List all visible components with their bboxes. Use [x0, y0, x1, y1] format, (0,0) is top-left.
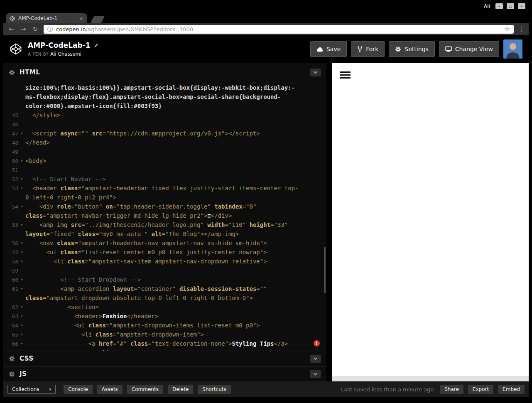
- code-text: <!-- Start Dropdown -->: [25, 275, 326, 284]
- code-row[interactable]: 51: [3, 165, 326, 174]
- code-row[interactable]: 54▾ <div role="button" on="tap:header-si…: [3, 202, 326, 211]
- fold-arrow-icon[interactable]: ▾: [18, 184, 25, 193]
- fold-arrow-icon[interactable]: ▾: [18, 156, 25, 165]
- shortcuts-button[interactable]: Shortcuts: [198, 385, 230, 394]
- code-row[interactable]: layout="fixed" class="my0 mx-auto " alt=…: [3, 229, 326, 238]
- code-row[interactable]: class="ampstart-navbar-trigger md-hide l…: [3, 211, 326, 220]
- editor-scrollbar[interactable]: [324, 247, 326, 293]
- back-icon[interactable]: ←: [7, 25, 15, 33]
- new-tab-button[interactable]: [91, 16, 105, 23]
- fold-arrow-icon[interactable]: ▾: [18, 257, 25, 266]
- fold-arrow-icon[interactable]: ▾: [18, 339, 25, 348]
- line-number: 63: [3, 312, 18, 321]
- gear-icon: [395, 46, 401, 52]
- fold-arrow-icon[interactable]: ▾: [18, 238, 25, 248]
- code-row[interactable]: color:#000}.ampstart-icon{fill:#003f93}: [3, 101, 326, 111]
- code-row[interactable]: 45 </style>: [3, 111, 326, 120]
- editor-preview-divider[interactable]: [326, 63, 332, 381]
- url-bar[interactable]: i codepen.io/aghassemi/pen/XMKbGP?editor…: [44, 25, 514, 34]
- menu-icon[interactable]: [340, 71, 351, 79]
- fold-arrow-icon[interactable]: ▾: [18, 220, 25, 229]
- forward-icon[interactable]: →: [20, 25, 27, 33]
- code-row[interactable]: size:100%;flex-basis:100%}}.ampstart-soc…: [3, 83, 326, 92]
- delete-button[interactable]: Delete: [168, 385, 193, 394]
- code-row[interactable]: 64▾ <ul class="ampstart-dropdown-items l…: [3, 321, 326, 330]
- info-icon[interactable]: i: [47, 27, 53, 32]
- gear-icon[interactable]: [9, 371, 15, 377]
- js-panel-header[interactable]: JS: [3, 366, 326, 381]
- embed-button[interactable]: Embed: [498, 385, 525, 394]
- export-button[interactable]: Export: [468, 385, 493, 394]
- minimize-button[interactable]: –: [495, 3, 503, 9]
- code-row[interactable]: 56▾ <nav class="ampstart-headerbar-nav a…: [3, 238, 326, 248]
- code-row[interactable]: class="ampstart-dropdown absolute top-0 …: [3, 293, 326, 302]
- preview-scrollbar-area[interactable]: [332, 376, 529, 381]
- fold-arrow-icon[interactable]: ▾: [18, 302, 25, 312]
- html-panel-title: HTML: [20, 69, 40, 76]
- code-row[interactable]: 55▾ <amp-img src="../img/thescenic/heade…: [3, 220, 326, 229]
- browser-tab[interactable]: AMP-CodeLab-1 ×: [6, 13, 87, 23]
- code-row[interactable]: 58▾ <li class="ampstart-nav-item ampstar…: [3, 257, 326, 266]
- fold-arrow-icon[interactable]: ▾: [18, 248, 25, 257]
- code-row[interactable]: 57▾ <ul class="list-reset center m0 p0 f…: [3, 248, 326, 257]
- collapse-js-button[interactable]: [310, 370, 321, 378]
- code-row[interactable]: 50▾<body>: [3, 156, 326, 165]
- code-row[interactable]: 0 left-0 right-0 pl2 pr4">: [3, 193, 326, 202]
- bookmark-star-icon[interactable]: ☆: [505, 25, 510, 33]
- close-button[interactable]: ×: [518, 3, 525, 9]
- reload-icon[interactable]: ↻: [32, 25, 39, 33]
- line-number: 65: [3, 330, 18, 339]
- fold-arrow-icon[interactable]: ▾: [18, 129, 25, 138]
- browser-menu-icon[interactable]: ⋮: [518, 25, 525, 33]
- share-button[interactable]: Share: [440, 385, 463, 394]
- fork-button[interactable]: Fork: [351, 41, 385, 57]
- gear-icon[interactable]: [9, 69, 15, 76]
- code-row[interactable]: 60▾ <!-- Start Dropdown -->: [3, 275, 326, 284]
- css-panel-header[interactable]: CSS: [3, 351, 326, 366]
- code-row[interactable]: 53▾ <header class="ampstart-headerbar fi…: [3, 184, 326, 193]
- console-button[interactable]: Console: [64, 385, 93, 394]
- tab-close-icon[interactable]: ×: [79, 15, 83, 22]
- collapse-css-button[interactable]: [310, 355, 321, 363]
- lint-error-icon[interactable]: !: [314, 340, 320, 346]
- html-code-editor[interactable]: size:100%;flex-basis:100%}}.ampstart-soc…: [3, 81, 326, 351]
- browser-toolbar: ← → ↻ i codepen.io/aghassemi/pen/XMKbGP?…: [3, 23, 529, 35]
- code-row[interactable]: </li>: [3, 348, 326, 351]
- code-row[interactable]: 66▾ <a href="#" class="text-decoration-n…: [3, 339, 326, 348]
- fold-arrow-icon[interactable]: ▾: [18, 275, 25, 284]
- code-row[interactable]: 52▾ <!-- Start Navbar -->: [3, 174, 326, 184]
- fold-arrow-icon[interactable]: ▾: [18, 174, 25, 184]
- fold-arrow-icon[interactable]: ▾: [18, 202, 25, 211]
- comments-button[interactable]: Comments: [127, 385, 163, 394]
- code-row[interactable]: 48</head>: [3, 138, 326, 147]
- fold-arrow-icon[interactable]: ▾: [18, 312, 25, 321]
- fold-gutter: [18, 211, 25, 220]
- code-row[interactable]: 62▾ <section>: [3, 302, 326, 312]
- code-row[interactable]: ms-flexbox;display:flex}.ampstart-social…: [3, 92, 326, 101]
- fold-gutter: [18, 138, 25, 147]
- avatar[interactable]: [503, 39, 522, 59]
- code-row[interactable]: 46: [3, 120, 326, 129]
- gear-icon[interactable]: [9, 356, 15, 362]
- collections-dropdown[interactable]: Collections ▾: [7, 385, 56, 394]
- html-panel-header[interactable]: HTML: [3, 63, 326, 81]
- maximize-button[interactable]: □: [507, 3, 514, 9]
- settings-button[interactable]: Settings: [389, 41, 434, 57]
- code-row[interactable]: 47▾ <script async="" src="https://cdn.am…: [3, 129, 326, 138]
- code-text: <amp-accordion layout="container" disabl…: [25, 284, 326, 293]
- code-row[interactable]: 61▾ <amp-accordion layout="container" di…: [3, 284, 326, 293]
- edit-pencil-icon[interactable]: [94, 43, 99, 48]
- code-row[interactable]: 49: [3, 147, 326, 156]
- code-row[interactable]: 65▾ <li class="ampstart-dropdown-item">: [3, 330, 326, 339]
- change-view-button[interactable]: Change View: [439, 41, 499, 57]
- fold-arrow-icon[interactable]: ▾: [18, 284, 25, 293]
- collapse-html-button[interactable]: [310, 69, 321, 76]
- save-button[interactable]: Save: [310, 41, 347, 57]
- assets-button[interactable]: Assets: [97, 385, 123, 394]
- fold-arrow-icon[interactable]: ▾: [18, 330, 25, 339]
- codepen-logo-icon[interactable]: [10, 43, 22, 55]
- code-row[interactable]: 59: [3, 266, 326, 275]
- author-link[interactable]: Ali Ghassemi: [50, 51, 81, 57]
- fold-arrow-icon[interactable]: ▾: [18, 321, 25, 330]
- code-row[interactable]: 63▾ <header>Fashion</header>: [3, 312, 326, 321]
